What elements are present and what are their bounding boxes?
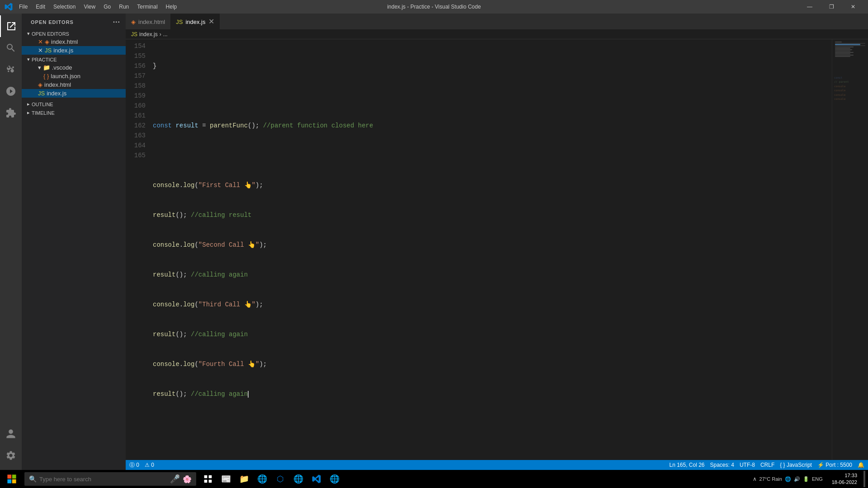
js-close-icon: ✕	[38, 47, 43, 54]
taskbar-apps-icon: 🌸	[183, 475, 192, 483]
status-bar-left: ⓪ 0 ⚠ 0	[129, 461, 154, 469]
taskbar-search-input[interactable]	[39, 476, 167, 483]
folder-icon: ▾ 📁	[38, 64, 50, 71]
menu-file[interactable]: File	[15, 3, 31, 11]
svg-rect-2	[7, 479, 11, 483]
breadcrumb-separator: ›	[160, 31, 161, 38]
code-line-161: result(); //calling again	[153, 270, 832, 280]
activity-account[interactable]	[0, 423, 22, 445]
code-line-157	[153, 150, 832, 160]
encoding-status[interactable]: UTF-8	[740, 462, 755, 468]
dell-icon[interactable]: ⬡	[272, 471, 288, 487]
git-status[interactable]: ⓪ 0	[129, 461, 139, 469]
editor-area: ◈ index.html JS index.js ✕ JS index.js ›…	[126, 14, 868, 470]
minimize-button[interactable]: —	[799, 0, 820, 14]
svg-rect-3	[12, 479, 16, 483]
close-button[interactable]: ✕	[843, 0, 863, 14]
window-title: index.js - Practice - Visual Studio Code	[387, 4, 481, 10]
breadcrumb-context[interactable]: ...	[163, 31, 168, 38]
tab-close-icon[interactable]: ✕	[208, 18, 214, 25]
activity-source-control[interactable]	[0, 59, 22, 80]
edge-browser-icon[interactable]: 🌐	[254, 471, 270, 487]
system-clock[interactable]: 17:33 18-06-2022	[828, 472, 861, 486]
sidebar-more-icon[interactable]: ···	[113, 18, 120, 26]
menu-terminal[interactable]: Terminal	[133, 3, 161, 11]
line-numbers: 154 155 156 157 158 159 160 161 162 163 …	[126, 39, 149, 460]
menu-run[interactable]: Run	[115, 3, 132, 11]
ln-col-status[interactable]: Ln 165, Col 26	[669, 462, 704, 468]
menu-view[interactable]: View	[80, 3, 99, 11]
svg-rect-5	[209, 475, 212, 479]
tray-language[interactable]: ENG	[812, 476, 823, 482]
tab-index-html[interactable]: ◈ index.html	[126, 14, 170, 29]
chrome-taskbar-icon[interactable]: 🌐	[326, 471, 343, 487]
practice-section[interactable]: ▾ PRACTICE	[22, 55, 126, 63]
bell-icon[interactable]: 🔔	[858, 462, 864, 468]
taskview-button[interactable]	[200, 471, 216, 487]
tab-index-js[interactable]: JS index.js ✕	[170, 14, 219, 29]
activity-extensions[interactable]	[0, 102, 22, 124]
show-desktop-button[interactable]	[863, 471, 865, 487]
widgets-button[interactable]: 📰	[218, 471, 234, 487]
code-line-159: result(); //calling result	[153, 210, 832, 220]
breadcrumb-filename[interactable]: index.js	[139, 31, 158, 38]
index-js-file[interactable]: JS index.js	[22, 89, 126, 98]
tabs-bar: ◈ index.html JS index.js ✕	[126, 14, 868, 29]
titlebar-menu: File Edit Selection View Go Run Terminal…	[15, 3, 180, 11]
spaces-status[interactable]: Spaces: 4	[710, 462, 734, 468]
clock-time: 17:33	[832, 472, 857, 479]
activity-search[interactable]	[0, 37, 22, 59]
html-tab-icon: ◈	[131, 19, 136, 25]
menu-go[interactable]: Go	[100, 3, 114, 11]
minimap: const // parent console console console …	[832, 39, 868, 460]
menu-help[interactable]: Help	[162, 3, 181, 11]
chrome-icon[interactable]: 🌐	[290, 471, 307, 487]
language-status[interactable]: { } JavaScript	[780, 462, 812, 468]
vscode-folder[interactable]: ▾ 📁 .vscode	[22, 63, 126, 72]
tray-network[interactable]: 🌐	[785, 476, 791, 482]
mail-icon[interactable]: 📁	[236, 471, 252, 487]
code-editor[interactable]: 154 155 156 157 158 159 160 161 162 163 …	[126, 39, 868, 460]
outline-section[interactable]: ▸ OUTLINE	[22, 99, 126, 108]
activity-explorer[interactable]	[0, 15, 22, 37]
open-editors-section[interactable]: ▾ OPEN EDITORS	[22, 29, 126, 38]
tray-show-hidden[interactable]: ∧	[753, 476, 757, 482]
system-tray: ∧ 27°C Rain 🌐 🔊 🔋 ENG	[749, 476, 826, 482]
launch-json-file[interactable]: { } launch.json	[22, 72, 126, 80]
error-status[interactable]: ⚠ 0	[145, 462, 154, 468]
maximize-button[interactable]: ❐	[821, 0, 842, 14]
activity-bar	[0, 14, 22, 470]
html-tab-label: index.html	[138, 19, 165, 25]
tray-volume[interactable]: 🔊	[794, 476, 800, 482]
svg-rect-1	[12, 474, 16, 479]
html-file-icon2: ◈	[38, 81, 42, 88]
code-line-160: console.log("Second Call 👆");	[153, 240, 832, 250]
code-content: } const result = parentFunc(); //parent …	[149, 39, 832, 460]
open-editor-index-js[interactable]: ✕ JS index.js	[22, 46, 126, 55]
titlebar-left: File Edit Selection View Go Run Terminal…	[5, 3, 180, 11]
code-line-156: const result = parentFunc(); //parent fu…	[153, 121, 832, 131]
json-icon: { }	[43, 73, 49, 80]
tray-temp[interactable]: 27°C Rain	[760, 476, 782, 482]
activity-settings[interactable]	[0, 445, 22, 466]
js-tab-icon: JS	[176, 19, 183, 25]
open-editor-index-html[interactable]: ✕ ◈ index.html	[22, 38, 126, 46]
taskbar-search-box[interactable]: 🔍 🎤 🌸	[24, 472, 196, 486]
timeline-section[interactable]: ▸ TIMELINE	[22, 108, 126, 117]
menu-selection[interactable]: Selection	[50, 3, 79, 11]
clock-date: 18-06-2022	[832, 479, 857, 486]
tray-battery[interactable]: 🔋	[803, 476, 809, 482]
svg-rect-4	[204, 475, 208, 479]
port-status[interactable]: ⚡ Port : 5500	[817, 462, 852, 468]
menu-edit[interactable]: Edit	[32, 3, 49, 11]
chevron-down-icon2: ▾	[27, 56, 30, 62]
vscode-taskbar-icon[interactable]	[308, 471, 325, 487]
start-button[interactable]	[3, 470, 21, 488]
vscode-logo	[5, 3, 13, 11]
code-line-164: console.log("Fourth Call 👆");	[153, 359, 832, 369]
index-html-file[interactable]: ◈ index.html	[22, 80, 126, 89]
index-js-name: index.js	[47, 90, 66, 97]
activity-run-debug[interactable]	[0, 80, 22, 102]
js-file-icon: JS	[38, 90, 45, 97]
eol-status[interactable]: CRLF	[760, 462, 774, 468]
